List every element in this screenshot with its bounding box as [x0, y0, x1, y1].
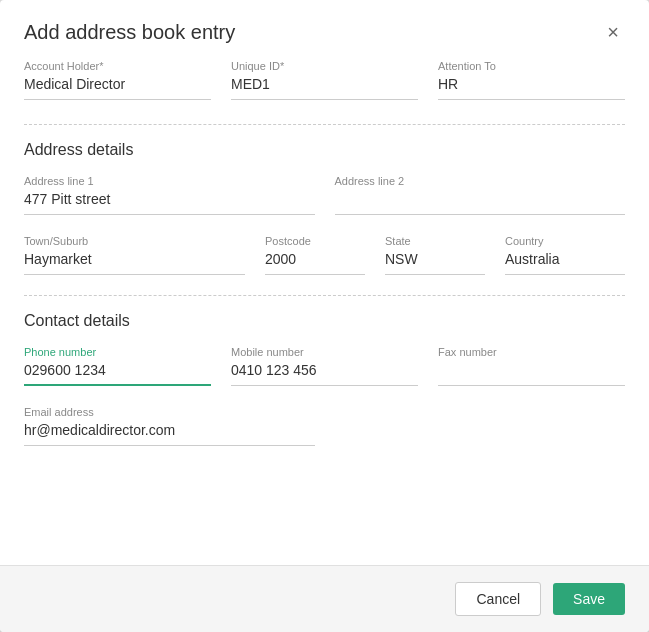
email-spacer — [335, 406, 626, 446]
town-row: Town/Suburb Haymarket Postcode 2000 Stat… — [24, 235, 625, 275]
unique-id-field: Unique ID* MED1 — [231, 60, 438, 100]
address-line2-field: Address line 2 — [335, 175, 626, 215]
address-section: Address details Address line 1 477 Pitt … — [24, 141, 625, 275]
attention-to-value[interactable]: HR — [438, 76, 625, 100]
close-button[interactable]: × — [601, 20, 625, 44]
town-label: Town/Suburb — [24, 235, 245, 247]
attention-to-field: Attention To HR — [438, 60, 625, 100]
address-line1-value[interactable]: 477 Pitt street — [24, 191, 315, 215]
contact-divider — [24, 295, 625, 296]
country-label: Country — [505, 235, 625, 247]
phone-row: Phone number 029600 1234 Mobile number 0… — [24, 346, 625, 386]
address-divider — [24, 124, 625, 125]
contact-section: Contact details Phone number 029600 1234… — [24, 312, 625, 446]
phone-field: Phone number 029600 1234 — [24, 346, 211, 386]
state-label: State — [385, 235, 485, 247]
address-line2-label: Address line 2 — [335, 175, 626, 187]
save-button[interactable]: Save — [553, 583, 625, 615]
town-field: Town/Suburb Haymarket — [24, 235, 245, 275]
cancel-button[interactable]: Cancel — [455, 582, 541, 616]
address-line1-label: Address line 1 — [24, 175, 315, 187]
dialog-title: Add address book entry — [24, 21, 235, 44]
mobile-label: Mobile number — [231, 346, 418, 358]
fax-value[interactable] — [438, 362, 625, 386]
dialog-footer: Cancel Save — [0, 565, 649, 632]
attention-to-label: Attention To — [438, 60, 625, 72]
postcode-value[interactable]: 2000 — [265, 251, 365, 275]
account-holder-field: Account Holder* Medical Director — [24, 60, 231, 100]
address-lines-row: Address line 1 477 Pitt street Address l… — [24, 175, 625, 215]
account-holder-label: Account Holder* — [24, 60, 211, 72]
country-field: Country Australia — [505, 235, 625, 275]
address-line2-value[interactable] — [335, 191, 626, 215]
state-field: State NSW — [385, 235, 485, 275]
unique-id-label: Unique ID* — [231, 60, 418, 72]
mobile-field: Mobile number 0410 123 456 — [231, 346, 418, 386]
phone-label: Phone number — [24, 346, 211, 358]
mobile-value[interactable]: 0410 123 456 — [231, 362, 418, 386]
account-holder-value[interactable]: Medical Director — [24, 76, 211, 100]
unique-id-value[interactable]: MED1 — [231, 76, 418, 100]
add-address-book-dialog: Add address book entry × Account Holder*… — [0, 0, 649, 632]
address-section-title: Address details — [24, 141, 625, 159]
postcode-field: Postcode 2000 — [265, 235, 365, 275]
postcode-label: Postcode — [265, 235, 365, 247]
fax-label: Fax number — [438, 346, 625, 358]
top-fields-row: Account Holder* Medical Director Unique … — [24, 60, 625, 100]
email-value[interactable]: hr@medicaldirector.com — [24, 422, 315, 446]
email-row: Email address hr@medicaldirector.com — [24, 406, 625, 446]
phone-value[interactable]: 029600 1234 — [24, 362, 211, 386]
dialog-body: Account Holder* Medical Director Unique … — [0, 60, 649, 553]
fax-field: Fax number — [438, 346, 625, 386]
state-value[interactable]: NSW — [385, 251, 485, 275]
dialog-header: Add address book entry × — [0, 0, 649, 60]
email-label: Email address — [24, 406, 315, 418]
address-line1-field: Address line 1 477 Pitt street — [24, 175, 315, 215]
contact-section-title: Contact details — [24, 312, 625, 330]
country-value[interactable]: Australia — [505, 251, 625, 275]
email-field: Email address hr@medicaldirector.com — [24, 406, 315, 446]
town-value[interactable]: Haymarket — [24, 251, 245, 275]
